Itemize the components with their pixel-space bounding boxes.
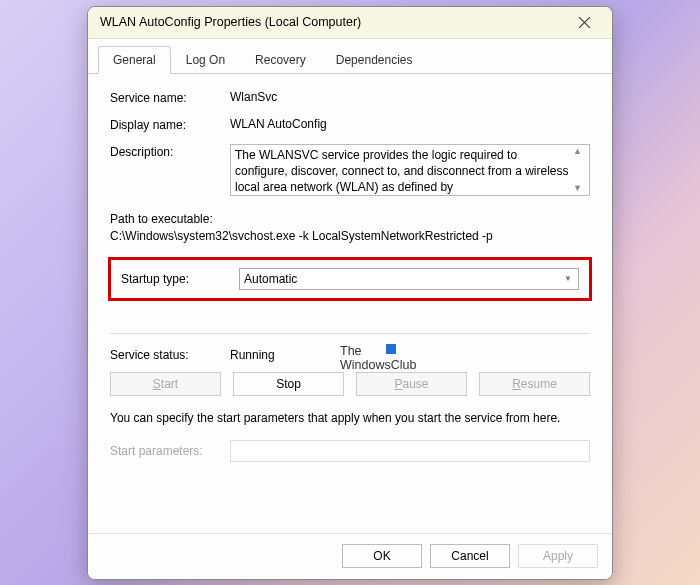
title-bar: WLAN AutoConfig Properties (Local Comput… — [88, 7, 612, 39]
service-status-value: Running — [230, 348, 275, 362]
close-button[interactable] — [564, 8, 604, 36]
service-status-label: Service status: — [110, 348, 230, 362]
cancel-button[interactable]: Cancel — [430, 544, 510, 568]
scroll-up-icon: ▲ — [573, 147, 582, 156]
description-label: Description: — [110, 144, 230, 159]
ok-button[interactable]: OK — [342, 544, 422, 568]
path-label: Path to executable: — [110, 212, 590, 226]
description-scrollbar[interactable]: ▲ ▼ — [570, 147, 585, 193]
tab-dependencies[interactable]: Dependencies — [321, 46, 428, 74]
start-button: Start — [110, 372, 221, 396]
service-name-value: WlanSvc — [230, 90, 590, 104]
tab-logon[interactable]: Log On — [171, 46, 240, 74]
start-params-label: Start parameters: — [110, 444, 222, 458]
properties-dialog: WLAN AutoConfig Properties (Local Comput… — [87, 6, 613, 580]
dialog-footer: OK Cancel Apply — [88, 533, 612, 579]
close-icon — [579, 17, 590, 28]
start-params-hint: You can specify the start parameters tha… — [110, 410, 590, 427]
scroll-down-icon: ▼ — [573, 184, 582, 193]
path-value: C:\Windows\system32\svchost.exe -k Local… — [110, 229, 590, 243]
startup-type-value: Automatic — [244, 272, 297, 286]
start-params-input — [230, 440, 590, 462]
watermark-square-icon — [386, 344, 396, 354]
service-name-label: Service name: — [110, 90, 230, 105]
divider — [110, 333, 590, 334]
tab-general[interactable]: General — [98, 46, 171, 74]
path-section: Path to executable: C:\Windows\system32\… — [110, 212, 590, 243]
tab-content-general: Service name: WlanSvc Display name: WLAN… — [88, 74, 612, 533]
tab-strip: General Log On Recovery Dependencies — [88, 39, 612, 74]
startup-type-combobox[interactable]: Automatic ▼ — [239, 268, 579, 290]
service-control-buttons: Start Stop Pause Resume — [110, 372, 590, 396]
chevron-down-icon: ▼ — [564, 274, 572, 283]
startup-type-highlight: Startup type: Automatic ▼ — [108, 257, 592, 301]
display-name-label: Display name: — [110, 117, 230, 132]
tab-recovery[interactable]: Recovery — [240, 46, 321, 74]
pause-button: Pause — [356, 372, 467, 396]
display-name-value: WLAN AutoConfig — [230, 117, 590, 131]
watermark: The WindowsClub — [340, 344, 416, 373]
startup-type-label: Startup type: — [121, 272, 229, 286]
apply-button: Apply — [518, 544, 598, 568]
description-text: The WLANSVC service provides the logic r… — [235, 147, 570, 193]
stop-button[interactable]: Stop — [233, 372, 344, 396]
resume-button: Resume — [479, 372, 590, 396]
description-box: The WLANSVC service provides the logic r… — [230, 144, 590, 196]
window-title: WLAN AutoConfig Properties (Local Comput… — [100, 15, 564, 29]
